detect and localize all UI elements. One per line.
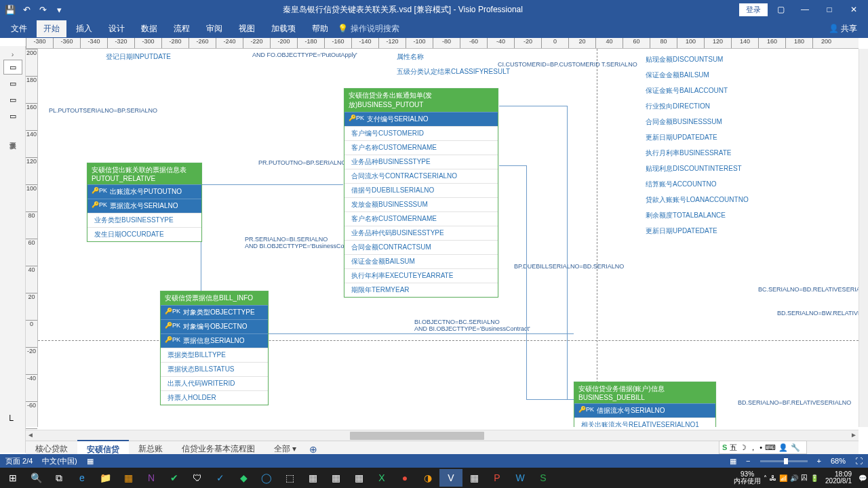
ime-moon-icon[interactable]: ☽: [740, 443, 747, 452]
app-icon-8[interactable]: ▦: [301, 469, 324, 487]
fit-page-icon[interactable]: ⛶: [855, 457, 863, 465]
rel-pr-putoutno: PR.PUTOUTNO=BP.SERIALNO: [258, 159, 346, 166]
rel-bd-bf: BD.SERIALNO=BF.RELATIVESERIALNO: [738, 399, 851, 406]
clock[interactable]: 18:092020/8/1: [821, 471, 856, 485]
entity-header: 安硕信贷出账关联的票据信息表PUTOUT_RELATIVE: [87, 163, 201, 184]
app-icon-13[interactable]: ▦: [462, 469, 486, 487]
task-view-icon[interactable]: ⧉: [47, 469, 71, 487]
shape-tool-4[interactable]: ▭: [3, 108, 22, 123]
tray-network-icon[interactable]: 🖧: [770, 474, 776, 482]
powerpoint-icon[interactable]: P: [486, 469, 509, 487]
start-button[interactable]: ⊞: [1, 469, 24, 487]
excel-icon[interactable]: X: [370, 469, 393, 487]
attr-updatedate2: 更新日期UPDATEDATE: [640, 226, 723, 237]
ime-keyboard-icon[interactable]: ⌨: [765, 443, 776, 452]
entity-business-duebill[interactable]: 安硕信贷业务借据(账户)信息BUSINESS_DUEBILL 🔑PK借据流水号S…: [574, 382, 716, 427]
ime-settings-icon[interactable]: 🔧: [791, 443, 800, 452]
sogou-taskbar-icon[interactable]: S: [532, 469, 555, 487]
horizontal-scrollbar[interactable]: ◄ ►: [26, 430, 859, 441]
app-icon-6[interactable]: ◯: [255, 469, 278, 487]
rel-bp-duebill: BP.DUEBILLSERIALNO=BD.SERIALNO: [514, 263, 624, 270]
login-button[interactable]: 登录: [739, 3, 768, 16]
add-sheet-button[interactable]: ⊕: [306, 444, 321, 455]
scroll-right-icon[interactable]: ►: [849, 431, 859, 441]
tray-ime-icon[interactable]: 囚: [801, 473, 808, 483]
app-icon-10[interactable]: ▦: [347, 469, 370, 487]
app-icon-1[interactable]: ▦: [117, 469, 140, 487]
ime-toolbar[interactable]: S 五 ☽ ，• ⌨ 👤 🔧: [719, 441, 807, 454]
entity-header: 安硕信贷业务借据(账户)信息BUSINESS_DUEBILL: [574, 382, 715, 403]
app-icon-11[interactable]: ●: [393, 469, 416, 487]
entity-putout-relative[interactable]: 安硕信贷出账关联的票据信息表PUTOUT_RELATIVE 🔑PK出账流水号PU…: [87, 163, 202, 242]
macro-icon[interactable]: ▦: [87, 457, 94, 466]
app-icon-5[interactable]: ◆: [232, 469, 255, 487]
view-normal-icon[interactable]: ▦: [730, 457, 736, 466]
attr-inputdate: 登记日期INPUTDATE: [100, 52, 176, 62]
undo-icon[interactable]: ↶: [19, 2, 34, 17]
tab-process[interactable]: 流程: [167, 20, 197, 37]
tab-addins[interactable]: 加载项: [264, 20, 302, 37]
ribbon-display-icon[interactable]: ▢: [769, 1, 792, 18]
tray-volume-icon[interactable]: 🔊: [790, 474, 798, 482]
attr-discountinterest: 贴现利息DISCOUNTINTEREST: [640, 163, 747, 174]
app-icon-12[interactable]: ◑: [416, 469, 439, 487]
search-icon[interactable]: 🔍: [24, 469, 47, 487]
app-icon-9[interactable]: ▦: [324, 469, 347, 487]
maximize-icon[interactable]: □: [818, 1, 841, 18]
drawing-canvas[interactable]: 登记日期INPUTDATE 属性名称 五级分类认定结果CLASSIFYRESUL…: [38, 49, 859, 427]
share-button[interactable]: 👤 共享: [822, 20, 864, 37]
close-icon[interactable]: ✕: [842, 1, 865, 18]
attr-totalbalance: 剩余额度TOTALBALANCE: [640, 210, 731, 221]
connector-tool[interactable]: └: [7, 415, 14, 426]
tray-up-icon[interactable]: ˄: [764, 474, 767, 482]
app-icon-2[interactable]: N: [140, 469, 163, 487]
taskbar: ⊞ 🔍 ⧉ e 📁 ▦ N ✔ 🛡 ✓ ◆ ◯ ⬚ ▦ ▦ ▦ X ● ◑ V …: [0, 468, 868, 488]
qat-more-icon[interactable]: ▾: [52, 2, 66, 17]
app-icon-7[interactable]: ⬚: [278, 469, 301, 487]
app-icon-4[interactable]: 🛡: [186, 469, 209, 487]
attr-bailsum: 保证金金额BAILSUM: [640, 70, 715, 81]
tab-review[interactable]: 审阅: [199, 20, 229, 37]
zoom-slider[interactable]: [760, 460, 808, 462]
tab-home[interactable]: 开始: [37, 20, 66, 37]
visio-icon[interactable]: V: [439, 469, 462, 487]
minimize-icon[interactable]: ―: [793, 1, 816, 18]
key-icon: 🔑PK: [92, 187, 107, 197]
tray-battery-icon[interactable]: 🔋: [810, 474, 818, 482]
rel-bi-objectno: BI.OBJECTNO=BC.SERIALNO AND BI.OBJECTTYP…: [414, 319, 530, 332]
tab-insert[interactable]: 插入: [69, 20, 99, 37]
save-icon[interactable]: 💾: [3, 2, 18, 17]
tab-design[interactable]: 设计: [102, 20, 132, 37]
shape-tool-2[interactable]: ▭: [3, 76, 22, 91]
tell-me[interactable]: 💡操作说明搜索: [338, 23, 399, 35]
zoom-out-icon[interactable]: −: [746, 457, 750, 465]
redo-icon[interactable]: ↷: [35, 2, 50, 17]
attr-propname: 属性名称: [391, 52, 429, 62]
shape-tool-3[interactable]: ▭: [3, 92, 22, 107]
ime-user-icon[interactable]: 👤: [778, 443, 788, 452]
shape-tool-1[interactable]: ▭: [3, 60, 22, 75]
tab-view[interactable]: 视图: [232, 20, 262, 37]
quick-access-toolbar: 💾 ↶ ↷ ▾: [3, 2, 66, 17]
zoom-in-icon[interactable]: +: [817, 457, 821, 465]
explorer-icon[interactable]: 📁: [94, 469, 117, 487]
edge-icon[interactable]: e: [71, 469, 94, 487]
word-icon[interactable]: W: [509, 469, 532, 487]
entity-bill-info[interactable]: 安硕信贷票据信息BILL_INFO 🔑PK对象类型OBJECTTYPE 🔑PK对…: [160, 291, 269, 405]
system-tray[interactable]: 93%内存使用 ˄ 🖧 📶 🔊 囚 🔋 18:092020/8/1 💬: [734, 471, 867, 485]
zoom-level[interactable]: 68%: [831, 457, 846, 465]
entity-business-putout[interactable]: 安硕信贷业务出账通知单(发放)BUSINESS_PUTOUT 🔑PK支付编号SE…: [344, 88, 498, 298]
scroll-left-icon[interactable]: ◄: [26, 431, 35, 441]
app-icon-3[interactable]: ✔: [163, 469, 186, 487]
window-title: 秦皇岛银行信贷关键表关联关系.vsd [兼容模式] - Visio Profes…: [66, 4, 739, 16]
vertical-scrollbar[interactable]: [859, 49, 868, 427]
tab-file[interactable]: 文件: [4, 20, 34, 37]
page-indicator[interactable]: 页面 2/4: [5, 456, 33, 466]
language-indicator[interactable]: 中文(中国): [42, 456, 77, 466]
notifications-icon[interactable]: 💬: [859, 474, 867, 482]
tab-data[interactable]: 数据: [134, 20, 164, 37]
todo-icon[interactable]: ✓: [209, 469, 232, 487]
tab-help[interactable]: 帮助: [305, 20, 335, 37]
tray-wifi-icon[interactable]: 📶: [779, 474, 787, 482]
scroll-thumb[interactable]: [350, 432, 484, 440]
